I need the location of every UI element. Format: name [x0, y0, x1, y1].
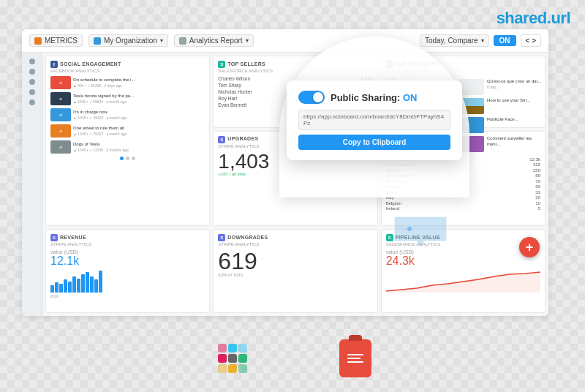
report-icon	[179, 37, 186, 45]
list-item: ⊕ One wheel to rule them all ▲ 1045 • ✓ …	[50, 124, 205, 137]
list-item: ⊕ On schedule to complete the i... ▲ 43k…	[50, 76, 205, 89]
svg-rect-4	[238, 344, 247, 353]
bar	[90, 276, 94, 293]
region-value: 70	[535, 179, 540, 184]
revenue-big-value: 12.1k	[50, 255, 205, 268]
bar	[81, 274, 85, 293]
downgrades-title: DOWNGRADES	[227, 235, 268, 240]
revenue-title: REVENUE	[60, 235, 86, 240]
clipboard-line	[347, 358, 361, 359]
public-sharing-popup: Public Sharing: ON https://app.octoboard…	[287, 80, 462, 160]
social-headline: Tesla honda signed by the pa...	[73, 94, 205, 99]
thumb-text: Qu'est-ce que c'est un dar... 8 day...	[487, 79, 541, 89]
social-engagement-widget: f SOCIAL ENGAGEMENT FACEBOOK Analytics ⊕…	[45, 56, 210, 226]
region-value: 60	[535, 184, 540, 189]
stripe-icon-4: S	[218, 234, 225, 241]
svg-rect-1	[218, 354, 227, 363]
clipboard-line	[347, 354, 363, 355]
bar	[99, 271, 102, 293]
report-pill[interactable]: Analytics Report ▾	[174, 34, 254, 47]
popup-header: Public Sharing: ON	[298, 91, 450, 104]
popup-on-text: ON	[403, 92, 418, 103]
sidebar-item-3[interactable]	[29, 79, 35, 85]
content-headline: Qu'est-ce que c'est un dar...	[487, 79, 541, 85]
fab-add-button[interactable]: +	[519, 237, 540, 257]
social-subtitle: FACEBOOK Analytics	[50, 69, 205, 73]
thumb-text: Publicité Face...	[487, 117, 518, 123]
slack-icon	[214, 339, 252, 377]
revenue-value-label: value (USD)	[50, 249, 205, 255]
upgrades-title: UPGRADES	[227, 136, 258, 141]
bar	[59, 284, 63, 293]
on-button[interactable]: ON	[494, 35, 516, 46]
pagination-dots	[50, 157, 205, 160]
sidebar-item-4[interactable]	[29, 89, 35, 95]
svg-rect-5	[238, 354, 247, 363]
clipboard-icon-wrapper	[339, 339, 371, 377]
copy-to-clipboard-button[interactable]: Copy to Clipboard	[298, 135, 450, 150]
bar	[72, 276, 76, 293]
social-text: I'm in charge now ▲ 1045 • ✓ 49423 a mon…	[73, 110, 205, 119]
list-item: ⊕ Tesla honda signed by the pa... ▲ 193k…	[50, 92, 205, 105]
sidebar-item-5[interactable]	[29, 99, 35, 105]
social-title: SOCIAL ENGAGEMENT	[60, 61, 121, 67]
social-thumb: ⊕	[50, 92, 71, 105]
metrics-label: METRICS	[45, 37, 78, 45]
seller-name: Evan Bennett	[218, 102, 246, 108]
social-headline: Dogs of Tesla	[73, 142, 205, 147]
downgrades-sub: 92% of THIS	[218, 273, 372, 277]
popup-url[interactable]: https://app.octoboard.com/board/dcY8DmGF…	[298, 110, 450, 130]
popup-title-text: Public Sharing:	[331, 92, 403, 103]
social-text: One wheel to rule them all ▲ 1045 • ✓ 79…	[73, 126, 205, 135]
revenue-subtitle: STRIPE Analytics	[50, 242, 205, 246]
sellers-title: TOP SELLERS	[227, 61, 265, 67]
metrics-pill[interactable]: METRICS	[29, 34, 83, 47]
public-sharing-toggle[interactable]	[298, 91, 325, 104]
pipeline-big-value: 24.3k	[386, 255, 540, 268]
content-stats: 8 day...	[487, 85, 541, 89]
thumb-text: Comment surveiller les méni...	[487, 136, 543, 148]
social-stats: ▲ 43k • ✓ 61200 2 days ago	[73, 83, 205, 88]
social-headline: One wheel to rule them all	[73, 126, 205, 131]
sidebar-item-2[interactable]	[29, 69, 35, 75]
stripe-icon-3: S	[50, 234, 58, 241]
list-item: Publicité Face...	[458, 117, 543, 133]
social-headline: On schedule to complete the i...	[73, 78, 205, 83]
region-value: 20	[535, 195, 540, 200]
social-text: Tesla honda signed by the pa... ▲ 193k •…	[73, 94, 205, 103]
revenue-bar-chart	[50, 271, 205, 293]
region-name: Belgium	[386, 201, 402, 206]
date-pill[interactable]: Today, Compare ▾	[420, 34, 489, 47]
stripe-icon-2: S	[218, 136, 225, 143]
region-value: 315	[533, 162, 540, 167]
chevron-down-icon-2: ▾	[246, 37, 249, 44]
chevron-down-icon-3: ▾	[481, 37, 484, 44]
facebook-icon: f	[50, 61, 58, 68]
list-item: How to use your Stri...	[458, 98, 543, 114]
social-text: On schedule to complete the i... ▲ 43k •…	[73, 78, 205, 87]
salesforce-icon: S	[218, 61, 225, 68]
downgrades-widget: S DOWNGRADES STRIPE Analytics 619 92% of…	[213, 229, 377, 313]
svg-rect-9	[228, 354, 237, 363]
seller-name: Charles Wilson	[218, 76, 250, 81]
revenue-widget: S REVENUE STRIPE Analytics value (USD) 1…	[45, 229, 210, 313]
sidebar-item-1[interactable]	[29, 59, 35, 64]
svg-rect-6	[238, 364, 247, 373]
content-headline: Comment surveiller les méni...	[487, 136, 543, 148]
share-button[interactable]: < >	[521, 34, 541, 47]
clipboard-line	[347, 361, 363, 363]
content-panel: Qu'est-ce que c'est un dar... 8 day... H…	[458, 79, 543, 155]
date-label: Today, Compare	[425, 37, 478, 45]
svg-rect-7	[228, 364, 237, 373]
pipeline-value-label: value (USD)	[386, 249, 540, 255]
region-value: 33	[535, 190, 540, 195]
org-icon	[94, 37, 101, 45]
region-value: 12.3k	[529, 157, 540, 162]
org-pill[interactable]: My Organization ▾	[88, 34, 168, 47]
svg-rect-3	[228, 344, 237, 353]
report-label: Analytics Report	[189, 37, 243, 45]
region-value: 10	[535, 201, 540, 206]
social-thumb: ⊕	[50, 140, 71, 154]
social-thumb: ⊕	[50, 108, 71, 121]
content-headline: How to use your Stri...	[487, 98, 530, 104]
